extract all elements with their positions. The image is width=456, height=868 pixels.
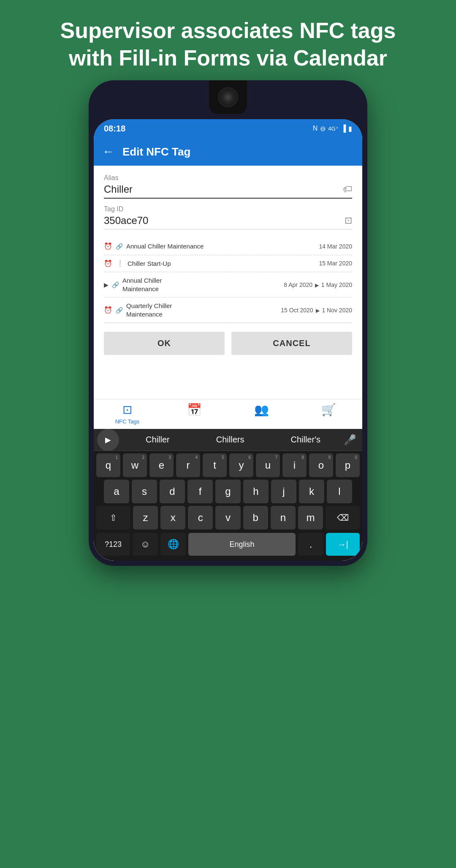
calendar-nav-icon: 📅 (187, 403, 202, 417)
link-icon: 🔗 (116, 243, 123, 250)
event-item[interactable]: ⏰ ❕ Chiller Start-Up 15 Mar 2020 (104, 255, 352, 273)
event-list: ⏰ 🔗 Annual Chiller Maintenance 14 Mar 20… (104, 238, 352, 323)
key-d[interactable]: d (160, 480, 185, 503)
alias-label: Alias (104, 174, 352, 182)
key-row-3: ⇧ z x c v b n m ⌫ (96, 506, 360, 530)
key-a[interactable]: a (104, 480, 129, 503)
event-name: Annual ChillerMaintenance (122, 276, 280, 293)
key-r[interactable]: 4r (176, 453, 200, 477)
key-h[interactable]: h (243, 480, 269, 503)
nav-item-calendar[interactable]: 📅 (161, 403, 228, 425)
keyboard-bottom-row: ?123 ☺ 🌐 English . →| (94, 531, 362, 561)
link-icon: 🔗 (112, 281, 119, 288)
key-w[interactable]: 2w (123, 453, 147, 477)
suggestion-chillers[interactable]: Chillers (216, 435, 244, 445)
back-button[interactable]: ← (102, 145, 114, 158)
link-icon: 🔗 (116, 307, 123, 314)
headline-line1: Supervisor associates NFC tags (60, 18, 396, 43)
key-i[interactable]: 8i (282, 453, 307, 477)
key-n[interactable]: n (271, 506, 296, 530)
event-name: Annual Chiller Maintenance (126, 242, 315, 251)
event-item[interactable]: ▶ 🔗 Annual ChillerMaintenance 8 Apr 2020… (104, 272, 352, 298)
users-nav-icon: 👥 (254, 403, 269, 417)
form-content: Alias Chiller 🏷 Tag ID 350ace70 ⊡ ⏰ 🔗 (94, 166, 362, 365)
camera-lens (218, 87, 238, 107)
key-j[interactable]: j (271, 480, 296, 503)
data-status-icon: 4G⁺ (328, 126, 338, 132)
shift-key[interactable]: ⇧ (96, 506, 130, 530)
key-l[interactable]: l (327, 480, 352, 503)
key-q[interactable]: 1q (96, 453, 120, 477)
nfc-nav-icon: ⊡ (122, 403, 132, 417)
suggestion-chillers-apos[interactable]: Chiller's (290, 435, 320, 445)
alias-value: Chiller (104, 183, 343, 195)
phone-screen: 08:18 N ⊖ 4G⁺ ▐ ▮ ← Edit NFC Tag Alias (94, 119, 362, 561)
nav-label-nfc: NFC Tags (115, 418, 140, 425)
key-p[interactable]: 0p (336, 453, 360, 477)
alias-input-row[interactable]: Chiller 🏷 (104, 183, 352, 199)
empty-space (94, 365, 362, 399)
status-bar: 08:18 N ⊖ 4G⁺ ▐ ▮ (94, 119, 362, 138)
key-e[interactable]: 3e (149, 453, 174, 477)
key-v[interactable]: v (215, 506, 240, 530)
app-bar-title: Edit NFC Tag (122, 145, 190, 158)
warn-icon: ❕ (116, 259, 124, 267)
key-x[interactable]: x (160, 506, 185, 530)
nav-item-shop[interactable]: 🛒 (295, 403, 362, 425)
delete-key[interactable]: ⌫ (326, 506, 360, 530)
keyboard-arrow-button[interactable]: ▶ (97, 429, 119, 451)
key-y[interactable]: 6y (229, 453, 253, 477)
headline-line2: with Fill-in Forms via Calendar (69, 46, 387, 70)
key-m[interactable]: m (298, 506, 323, 530)
minus-status-icon: ⊖ (320, 125, 326, 133)
key-k[interactable]: k (299, 480, 324, 503)
button-row: OK CANCEL (104, 323, 352, 365)
event-date: 15 Oct 2020 ▶ 1 Nov 2020 (281, 307, 352, 314)
clock-icon: ⏰ (104, 242, 112, 250)
key-row-1: 1q 2w 3e 4r 5t 6y 7u 8i 9o 0p (96, 453, 360, 477)
nav-item-nfc[interactable]: ⊡ NFC Tags (94, 403, 161, 425)
bottom-nav: ⊡ NFC Tags 📅 👥 🛒 (94, 399, 362, 429)
period-key[interactable]: . (298, 533, 323, 556)
event-date: 8 Apr 2020 ▶ 1 May 2020 (284, 281, 352, 288)
globe-key[interactable]: 🌐 (160, 533, 186, 556)
space-key[interactable]: English (188, 533, 296, 556)
key-f[interactable]: f (187, 480, 213, 503)
key-u[interactable]: 7u (256, 453, 280, 477)
key-c[interactable]: c (188, 506, 213, 530)
app-bar: ← Edit NFC Tag (94, 138, 362, 166)
shop-nav-icon: 🛒 (321, 403, 336, 417)
key-row-2: a s d f g h j k l (96, 480, 360, 503)
enter-key[interactable]: →| (326, 533, 360, 556)
status-icons: N ⊖ 4G⁺ ▐ ▮ (313, 125, 352, 133)
key-b[interactable]: b (243, 506, 268, 530)
key-g[interactable]: g (215, 480, 241, 503)
nav-item-users[interactable]: 👥 (228, 403, 295, 425)
nfc-status-icon: N (313, 125, 318, 132)
key-z[interactable]: z (133, 506, 158, 530)
event-item[interactable]: ⏰ 🔗 Annual Chiller Maintenance 14 Mar 20… (104, 238, 352, 255)
emoji-key[interactable]: ☺ (133, 533, 158, 556)
numbers-key[interactable]: ?123 (96, 533, 130, 556)
key-o[interactable]: 9o (309, 453, 333, 477)
event-item[interactable]: ⏰ 🔗 Quarterly ChillerMaintenance 15 Oct … (104, 298, 352, 323)
qr-icon: ⊡ (345, 215, 352, 226)
key-s[interactable]: s (132, 480, 157, 503)
ok-button[interactable]: OK (104, 332, 225, 355)
keyboard-rows: 1q 2w 3e 4r 5t 6y 7u 8i 9o 0p a s (94, 451, 362, 531)
cancel-button[interactable]: CANCEL (231, 332, 352, 355)
key-t[interactable]: 5t (203, 453, 227, 477)
tag-id-label: Tag ID (104, 205, 352, 213)
clock-icon: ⏰ (104, 306, 112, 314)
tag-id-value: 350ace70 (104, 215, 345, 227)
phone-device: 08:18 N ⊖ 4G⁺ ▐ ▮ ← Edit NFC Tag Alias (84, 80, 372, 566)
suggestion-chiller[interactable]: Chiller (146, 435, 170, 445)
clock-icon: ⏰ (104, 259, 112, 267)
event-date: 14 Mar 2020 (319, 243, 352, 250)
keyboard-suggestions: ▶ Chiller Chillers Chiller's 🎤 (94, 429, 362, 451)
battery-status-icon: ▮ (348, 125, 352, 133)
mic-icon[interactable]: 🎤 (344, 434, 356, 446)
keyboard: ▶ Chiller Chillers Chiller's 🎤 1q 2w 3e (94, 429, 362, 561)
tag-id-input-row[interactable]: 350ace70 ⊡ (104, 215, 352, 229)
suggestion-words: Chiller Chillers Chiller's (122, 435, 344, 445)
